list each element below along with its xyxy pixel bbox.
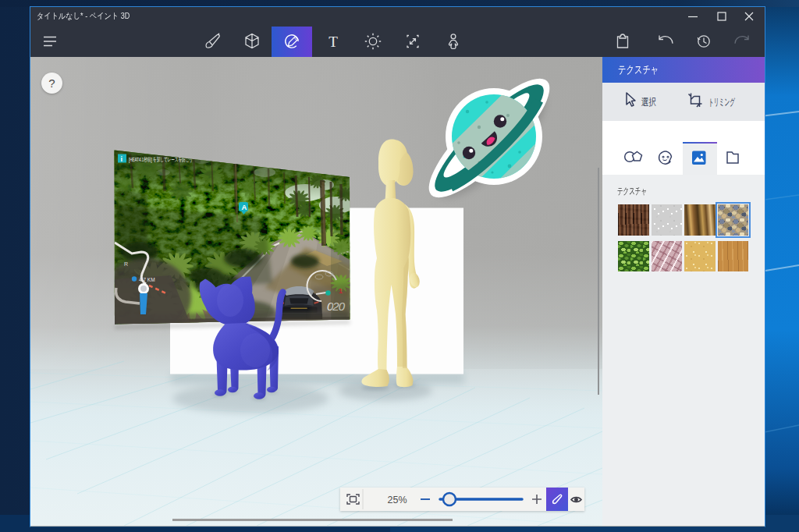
svg-text:4.7 KM: 4.7 KM <box>139 277 155 282</box>
svg-text:トリミング: トリミング <box>708 97 735 108</box>
svg-text:A: A <box>242 203 247 211</box>
svg-text:T: T <box>328 34 338 50</box>
svg-text:R: R <box>124 261 128 267</box>
svg-text:選択: 選択 <box>641 97 656 108</box>
svg-text:25%: 25% <box>387 495 407 505</box>
svg-text:i: i <box>121 155 123 163</box>
